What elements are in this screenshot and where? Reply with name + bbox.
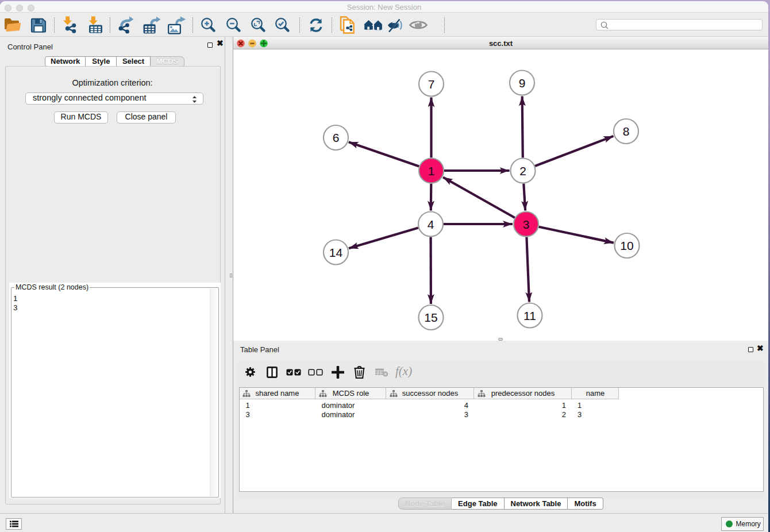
svg-text:14: 14 (329, 246, 343, 259)
svg-text:15: 15 (424, 311, 437, 324)
svg-text:7: 7 (428, 78, 435, 91)
svg-text:4: 4 (428, 218, 434, 231)
svg-text:1: 1 (428, 164, 435, 178)
svg-text:11: 11 (523, 309, 536, 322)
svg-text:3: 3 (523, 218, 530, 231)
svg-text:6: 6 (333, 131, 340, 144)
svg-text:8: 8 (623, 125, 630, 138)
svg-text:9: 9 (519, 76, 526, 90)
svg-text:2: 2 (519, 164, 526, 178)
svg-text:10: 10 (620, 239, 633, 252)
